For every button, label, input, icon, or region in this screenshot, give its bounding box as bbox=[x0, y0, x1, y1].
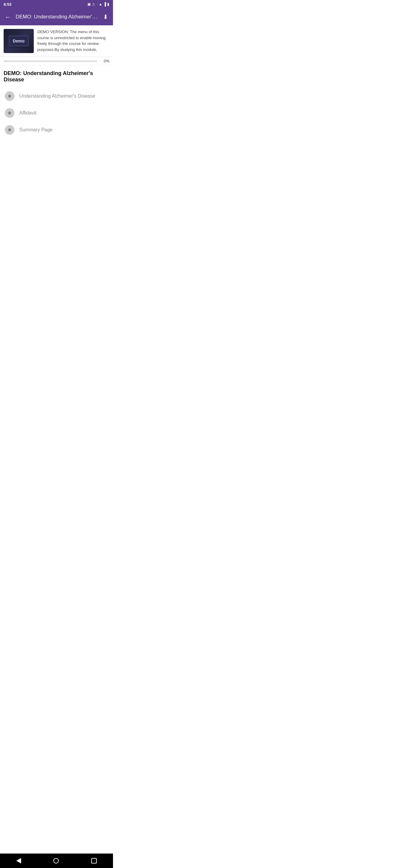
course-description: DEMO VERSION: The menu of this course is… bbox=[37, 29, 109, 53]
course-header: Demo DEMO VERSION: The menu of this cour… bbox=[0, 25, 113, 57]
menu-item-label-affidavit: Affidavit bbox=[19, 110, 36, 116]
demo-key-label: Demo bbox=[9, 36, 29, 46]
menu-item-affidavit[interactable]: Affidavit bbox=[0, 104, 113, 121]
nav-bar: ← DEMO: Understanding Alzheimer's... ⬇ bbox=[0, 8, 113, 25]
menu-item-label-understanding: Understanding Alzheimer's Disease bbox=[19, 93, 95, 99]
demo-keyboard-visual: Demo bbox=[4, 29, 34, 53]
menu-item-understanding[interactable]: Understanding Alzheimer's Disease bbox=[0, 88, 113, 104]
signal-icon: ▐ bbox=[103, 2, 106, 6]
menu-list: Understanding Alzheimer's Disease Affida… bbox=[0, 85, 113, 141]
menu-item-label-summary: Summary Page bbox=[19, 127, 53, 133]
sim-icon: ▣ bbox=[87, 2, 91, 6]
nav-title: DEMO: Understanding Alzheimer's... bbox=[16, 14, 98, 20]
bullet-inner-understanding bbox=[8, 95, 11, 98]
progress-bar-background bbox=[4, 60, 97, 62]
menu-bullet-understanding bbox=[5, 91, 14, 101]
bullet-inner-affidavit bbox=[8, 112, 11, 115]
bullet-inner-summary bbox=[8, 128, 11, 131]
course-thumbnail: Demo bbox=[4, 29, 34, 53]
menu-item-summary[interactable]: Summary Page bbox=[0, 121, 113, 138]
dot-icon: · bbox=[96, 2, 97, 6]
menu-bullet-affidavit bbox=[5, 108, 14, 118]
status-bar: 8:53 ▣ ⚠ · ▲ ▐ ▮ bbox=[0, 0, 113, 8]
wifi-icon: ▲ bbox=[99, 2, 102, 6]
status-icons: ▣ ⚠ · ▲ ▐ ▮ bbox=[87, 2, 109, 6]
course-title-section: DEMO: Understanding Alzheimer's Disease bbox=[0, 65, 113, 85]
download-icon: ⬇ bbox=[103, 13, 108, 21]
menu-bullet-summary bbox=[5, 125, 14, 135]
back-button[interactable]: ← bbox=[2, 11, 13, 23]
battery-icon: ▮ bbox=[107, 2, 109, 6]
progress-container: 0% bbox=[0, 57, 113, 65]
course-title: DEMO: Understanding Alzheimer's Disease bbox=[4, 70, 109, 83]
progress-text: 0% bbox=[100, 59, 109, 63]
back-icon: ← bbox=[5, 13, 11, 21]
status-time: 8:53 bbox=[4, 2, 11, 7]
download-button[interactable]: ⬇ bbox=[101, 11, 110, 23]
alert-icon: ⚠ bbox=[92, 2, 95, 6]
